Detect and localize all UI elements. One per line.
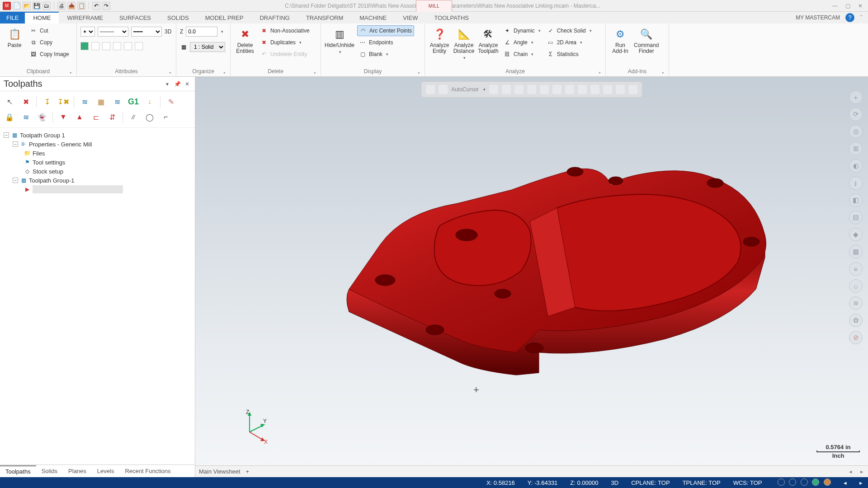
rt-grid-icon[interactable]: ▦ bbox=[849, 245, 863, 258]
tree-toolsettings[interactable]: Tool settings bbox=[33, 159, 65, 166]
status-tplane[interactable]: TPLANE: TOP bbox=[683, 479, 721, 486]
save-icon[interactable]: 💾 bbox=[33, 2, 41, 10]
clipboard-icon[interactable]: 📋 bbox=[77, 2, 85, 10]
corner-icon[interactable]: ⌐ bbox=[160, 111, 172, 123]
delete-entities-button[interactable]: ✖ Delete Entities bbox=[234, 25, 256, 54]
tree-collapse-icon[interactable]: − bbox=[13, 178, 18, 183]
cut-button[interactable]: ✂Cut bbox=[28, 25, 71, 36]
ft-btn[interactable] bbox=[578, 85, 587, 94]
tab-machine[interactable]: MACHINE bbox=[351, 12, 395, 23]
ft-btn[interactable] bbox=[628, 85, 637, 94]
tab-toolpaths[interactable]: TOOLPATHS bbox=[426, 12, 477, 23]
rt-section-icon[interactable]: ⫿ bbox=[849, 176, 863, 190]
ghost-icon[interactable]: 👻 bbox=[36, 111, 48, 123]
rt-layer-icon[interactable]: ▤ bbox=[849, 211, 863, 224]
run-addin-button[interactable]: ⚙Run Add-In bbox=[609, 25, 631, 54]
tri-down-icon[interactable]: ▼ bbox=[57, 111, 69, 123]
command-finder-button[interactable]: 🔍Command Finder bbox=[634, 25, 659, 54]
saveas-icon[interactable]: 🗂 bbox=[42, 2, 51, 10]
tree-collapse-icon[interactable]: − bbox=[13, 141, 18, 147]
sb-nav-prev-icon[interactable]: ◂ bbox=[844, 479, 847, 486]
rt-solid-icon[interactable]: ◐ bbox=[849, 159, 863, 173]
ft-btn[interactable] bbox=[514, 85, 524, 94]
app-icon[interactable]: M bbox=[3, 2, 11, 10]
analyze-toolpath-button[interactable]: 🛠Analyze Toolpath bbox=[477, 25, 499, 54]
viewsheet-next-icon[interactable]: ▸ bbox=[860, 468, 868, 475]
attr-btn-1[interactable] bbox=[80, 42, 89, 50]
attr-btn-6[interactable] bbox=[135, 42, 143, 50]
sb-nav-next-icon[interactable]: ▸ bbox=[859, 479, 863, 486]
copy-button[interactable]: ⧉Copy bbox=[28, 37, 71, 48]
tri-up-icon[interactable]: ▲ bbox=[74, 111, 85, 123]
btab-recent[interactable]: Recent Functions bbox=[119, 466, 176, 476]
z-dropdown-icon[interactable]: ▾ bbox=[221, 29, 223, 34]
sb-globe2-icon[interactable] bbox=[789, 479, 796, 486]
panel-close-icon[interactable]: ✕ bbox=[183, 81, 191, 87]
btab-toolpaths[interactable]: Toolpaths bbox=[0, 465, 36, 477]
tree-collapse-icon[interactable]: − bbox=[4, 132, 9, 138]
toolpath-tree[interactable]: −▦Toolpath Group 1 −⊪Properties - Generi… bbox=[0, 128, 195, 465]
statistics-button[interactable]: ΣStatistics bbox=[545, 49, 594, 60]
rt-color-icon[interactable]: ◆ bbox=[849, 228, 863, 241]
2d-area-button[interactable]: ▭2D Area▾ bbox=[545, 37, 594, 48]
waves3-icon[interactable]: ≋ bbox=[20, 111, 32, 123]
blank-button[interactable]: ▢Blank▾ bbox=[357, 49, 414, 60]
copy-image-button[interactable]: 🖼Copy Image bbox=[28, 49, 71, 60]
export-icon[interactable]: 📤 bbox=[67, 2, 75, 10]
help-icon[interactable]: ? bbox=[845, 13, 854, 22]
btab-solids[interactable]: Solids bbox=[36, 466, 63, 476]
z-value-input[interactable] bbox=[186, 27, 217, 37]
line-weight-select[interactable]: ━━━ bbox=[131, 27, 162, 37]
ft-btn[interactable] bbox=[426, 85, 435, 94]
ft-btn[interactable] bbox=[616, 85, 625, 94]
line-style-select[interactable]: ──── bbox=[98, 27, 128, 37]
ft-btn[interactable] bbox=[590, 85, 599, 94]
ft-btn[interactable] bbox=[552, 85, 561, 94]
analyze-distance-button[interactable]: 📐Analyze Distance▾ bbox=[453, 25, 475, 61]
ribbon-collapse-icon[interactable]: ˄ bbox=[860, 14, 863, 21]
arrow-down-icon[interactable]: ↓ bbox=[144, 96, 156, 108]
rt-waves-icon[interactable]: ≋ bbox=[849, 296, 863, 310]
attr-btn-2[interactable] bbox=[91, 42, 99, 50]
waves2-icon[interactable]: ≋ bbox=[111, 96, 123, 108]
btab-levels[interactable]: Levels bbox=[92, 466, 120, 476]
ft-btn[interactable] bbox=[489, 85, 498, 94]
squiggle-icon[interactable]: ⫽ bbox=[127, 111, 139, 123]
bracket-icon[interactable]: ⊏ bbox=[90, 111, 102, 123]
tree-selected-item[interactable] bbox=[33, 185, 123, 193]
rt-light-icon[interactable]: ☼ bbox=[849, 279, 863, 293]
tab-solids[interactable]: SOLIDS bbox=[159, 12, 197, 23]
hide-unhide-button[interactable]: ▥ Hide/Unhide▾ bbox=[325, 25, 354, 55]
maximize-button[interactable]: ▢ bbox=[843, 3, 853, 9]
tab-transform[interactable]: TRANSFORM bbox=[298, 12, 351, 23]
status-wcs[interactable]: WCS: TOP bbox=[733, 479, 762, 486]
tab-file[interactable]: FILE bbox=[0, 12, 25, 23]
box-icon[interactable]: ▦ bbox=[95, 96, 107, 108]
attr-btn-4[interactable] bbox=[113, 42, 121, 50]
viewsheet-main-tab[interactable]: Main Viewsheet bbox=[199, 468, 241, 475]
sb-sphere2-icon[interactable] bbox=[824, 479, 831, 486]
rt-cancel-icon[interactable]: ⊘ bbox=[849, 331, 863, 344]
rt-shade-icon[interactable]: ◧ bbox=[849, 193, 863, 207]
rt-plus-icon[interactable]: + bbox=[849, 90, 863, 104]
tab-wireframe[interactable]: WIREFRAME bbox=[59, 12, 111, 23]
dynamic-button[interactable]: ✦Dynamic▾ bbox=[502, 25, 542, 36]
tab-view[interactable]: VIEW bbox=[395, 12, 426, 23]
attr-btn-3[interactable] bbox=[102, 42, 110, 50]
autocursor-label[interactable]: AutoCursor bbox=[451, 86, 479, 93]
tab-modelprep[interactable]: MODEL PREP bbox=[197, 12, 252, 23]
btab-planes[interactable]: Planes bbox=[63, 466, 92, 476]
close-button[interactable]: ✕ bbox=[855, 3, 865, 9]
tree-group1[interactable]: Toolpath Group-1 bbox=[29, 177, 74, 184]
attr-btn-5[interactable] bbox=[124, 42, 132, 50]
endpoints-button[interactable]: ⋯Endpoints bbox=[357, 37, 414, 48]
select-icon[interactable]: ↖ bbox=[4, 96, 15, 108]
mode-3d-toggle[interactable]: 3D bbox=[165, 28, 171, 35]
minimize-button[interactable]: — bbox=[830, 3, 840, 9]
analyze-entity-button[interactable]: ❓Analyze Entity bbox=[429, 25, 450, 54]
tab-home[interactable]: HOME bbox=[25, 12, 59, 23]
context-tab-mill[interactable]: MILL bbox=[416, 0, 452, 12]
ft-btn[interactable] bbox=[565, 85, 574, 94]
ft-btn[interactable] bbox=[502, 85, 511, 94]
rt-gear-icon[interactable]: ✿ bbox=[849, 314, 863, 327]
